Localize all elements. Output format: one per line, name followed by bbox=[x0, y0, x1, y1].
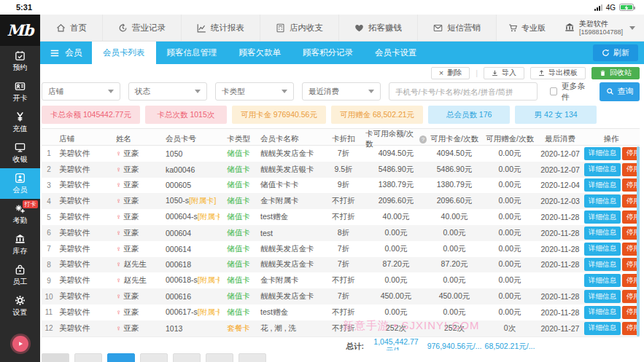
tab-0[interactable]: 会员卡列表 bbox=[92, 42, 156, 64]
table-row[interactable]: 11 美碧软件 ♀亚豪 000617-s[附属卡] 储值卡 test赠金 不打折… bbox=[42, 304, 640, 320]
last-spend-cell: 2020-11-28 bbox=[538, 245, 583, 253]
column-header-9: 可用赠金/次数 bbox=[482, 134, 538, 144]
name-cell: ♀亚豪 bbox=[113, 165, 163, 175]
sidebar-item-gear[interactable]: 设置 bbox=[0, 291, 40, 321]
sidebar-item-yen[interactable]: 充值 bbox=[0, 107, 40, 138]
last-spend-cell: 2020-11-28 bbox=[538, 308, 583, 317]
table-row[interactable]: 7 美碧软件 ♀亚豪 000614 储值卡 靓靓美发店金卡 7折 0.00元 0… bbox=[42, 241, 640, 257]
table-row[interactable]: 1 美碧软件 ♀亚豪 1050 储值卡 靓靓美发店金卡 7折 4094.50元 … bbox=[42, 146, 640, 162]
tab-3[interactable]: 顾客积分记录 bbox=[292, 42, 364, 64]
module-menu[interactable]: 会员 bbox=[40, 42, 92, 64]
pro-version-button[interactable]: 专业版 bbox=[498, 15, 556, 41]
table-row[interactable]: 2 美碧软件 ♀亚豪 ka00046 储值卡 靓靓美发店银卡 9.5折 5486… bbox=[42, 162, 640, 178]
card-fund-cell: 5486.90元 bbox=[427, 165, 482, 175]
actions-cell: 详细信息 停用 bbox=[583, 227, 640, 240]
page-button-2[interactable] bbox=[107, 353, 135, 362]
table-row[interactable]: 5 美碧软件 ♀亚豪 000604-s[附属卡] 储值卡 test赠金 不打折 … bbox=[42, 209, 640, 225]
page-button-3[interactable] bbox=[140, 353, 168, 362]
top-nav-item-chart[interactable]: 统计报表 bbox=[182, 15, 260, 41]
page-button-5[interactable] bbox=[206, 353, 233, 362]
filter-dropdown-2[interactable]: 卡类型 bbox=[215, 82, 294, 101]
tab-1[interactable]: 顾客信息管理 bbox=[156, 42, 228, 64]
app-root: 5:31 4G Mb 预约 开卡 充值 收银 会员 bbox=[0, 0, 644, 362]
detail-info-button[interactable]: 详细信息 bbox=[584, 227, 621, 240]
detail-info-button[interactable]: 详细信息 bbox=[584, 178, 621, 192]
sidebar-item-id-card[interactable]: 开卡 bbox=[0, 76, 40, 107]
page-button-6[interactable] bbox=[238, 353, 266, 362]
table-row[interactable]: 8 美碧软件 ♀赵先生 000618 储值卡 靓靓美发店金卡 7折 87.20元… bbox=[42, 257, 640, 273]
filter-dropdown-3[interactable]: 最近消费 bbox=[302, 82, 381, 101]
table-row[interactable]: 10 美碧软件 ♀亚豪 000616 储值卡 靓靓美发店金卡 7折 450.00… bbox=[42, 288, 640, 304]
card-fund-cell: 0.00元 bbox=[427, 244, 482, 254]
card-number-cell: 000618 bbox=[163, 260, 220, 269]
balance-cell: 87.20元 bbox=[365, 259, 427, 269]
detail-info-button[interactable]: 详细信息 bbox=[584, 243, 621, 256]
table-row[interactable]: 4 美碧软件 ♀亚豪 1050-s[附属卡] 储值卡 金卡附属卡 不打折 209… bbox=[42, 193, 640, 209]
card-number-cell: 000605 bbox=[163, 181, 220, 189]
balance-cell: 0.00元 bbox=[365, 228, 427, 238]
detail-info-button[interactable]: 详细信息 bbox=[584, 274, 621, 287]
search-input[interactable] bbox=[389, 82, 538, 101]
query-button[interactable]: 查询 bbox=[600, 82, 640, 101]
actions-cell: 详细信息 停用 bbox=[583, 258, 640, 271]
tab-label: 顾客信息管理 bbox=[167, 47, 217, 58]
sidebar-item-bank[interactable]: 库存 bbox=[0, 229, 40, 260]
detail-info-button[interactable]: 详细信息 bbox=[584, 306, 621, 319]
top-nav-item-heart[interactable]: 拓客赚钱 bbox=[339, 15, 418, 41]
sidebar-item-member[interactable]: 会员 bbox=[0, 168, 40, 199]
import-button[interactable]: 导入 bbox=[484, 67, 524, 79]
female-icon: ♀ bbox=[116, 229, 122, 237]
card-number-cell: 1050-s[附属卡] bbox=[163, 196, 220, 206]
discount-cell: 7折 bbox=[322, 259, 365, 269]
detail-info-button[interactable]: 详细信息 bbox=[584, 322, 621, 335]
detail-info-button[interactable]: 详细信息 bbox=[584, 163, 621, 176]
card-fund-cell: 0.00元 bbox=[427, 228, 482, 238]
recycle-bin-button[interactable]: 回收站 bbox=[591, 67, 640, 79]
top-nav-item-ledger[interactable]: 店内收支 bbox=[260, 15, 339, 41]
detail-info-button[interactable]: 详细信息 bbox=[584, 194, 621, 208]
top-nav-item-history[interactable]: 营业记录 bbox=[103, 15, 182, 41]
table-row[interactable]: 6 美碧软件 ♀亚豪 000604 储值卡 test 8折 0.00元 0.00… bbox=[42, 225, 640, 241]
detail-info-button[interactable]: 详细信息 bbox=[584, 290, 621, 303]
detail-info-button[interactable]: 详细信息 bbox=[584, 210, 621, 224]
detail-info-button[interactable]: 详细信息 bbox=[584, 258, 621, 271]
page-button-0[interactable] bbox=[42, 353, 69, 362]
more-conditions-toggle[interactable]: 更多条件 bbox=[550, 81, 591, 103]
checkbox-icon[interactable] bbox=[550, 87, 558, 95]
filter-dropdown-1[interactable]: 状态 bbox=[128, 82, 207, 101]
help-icon[interactable]: ? bbox=[419, 135, 427, 143]
tab-2[interactable]: 顾客欠款单 bbox=[228, 42, 292, 64]
export-template-button[interactable]: 导出模板 bbox=[530, 67, 586, 79]
table-row[interactable]: 3 美碧软件 ♀亚豪 000605 储值卡 储值卡卡卡 9折 1380.79元 … bbox=[42, 178, 640, 194]
sidebar-item-monitor[interactable]: 收银 bbox=[0, 138, 40, 168]
balance-cell: 0.00元 bbox=[365, 307, 427, 318]
sidebar-item-calendar[interactable]: 预约 bbox=[0, 46, 40, 76]
tab-4[interactable]: 会员卡设置 bbox=[364, 42, 428, 64]
last-spend-cell: 2020-12-04 bbox=[538, 181, 583, 189]
discount-cell: 7折 bbox=[322, 291, 365, 302]
sidebar-item-bag[interactable]: 员工 bbox=[0, 260, 40, 291]
top-nav-item-home[interactable]: 首页 bbox=[40, 15, 103, 41]
tab-label: 顾客积分记录 bbox=[303, 47, 353, 58]
stat-pill-1: 卡总次数 1015次 bbox=[145, 106, 227, 124]
stat-pill-4: 总会员数 176 bbox=[428, 106, 510, 124]
table-scrollbar[interactable] bbox=[637, 146, 640, 337]
filter-dropdown-0[interactable]: 店铺 bbox=[42, 82, 120, 101]
table-body: 1 美碧软件 ♀亚豪 1050 储值卡 靓靓美发店金卡 7折 4094.50元 … bbox=[42, 146, 640, 337]
card-number-cell: ka00046 bbox=[163, 165, 220, 174]
refresh-button[interactable]: 刷新 bbox=[593, 44, 638, 61]
table-row[interactable]: 9 美碧软件 ♀赵先生 000618-s[附属卡] 储值卡 金卡附属卡 不打折 … bbox=[42, 272, 640, 288]
delete-button[interactable]: × 删除 bbox=[431, 67, 470, 79]
sidebar-item-gears[interactable]: 打卡 考勤 bbox=[0, 199, 40, 229]
page-button-4[interactable] bbox=[173, 353, 201, 362]
card-name-cell: 靓靓美发店金卡 bbox=[257, 149, 322, 159]
gift-fund-cell: 0次 bbox=[482, 323, 538, 334]
card-type-cell: 储值卡 bbox=[220, 149, 257, 159]
top-nav-item-envelope[interactable]: 短信营销 bbox=[418, 15, 497, 41]
page-button-1[interactable] bbox=[74, 353, 102, 362]
play-button[interactable] bbox=[12, 336, 28, 352]
detail-info-button[interactable]: 详细信息 bbox=[584, 147, 621, 160]
table-row[interactable]: 12 美碧软件 ♀亚豪 1013 套餐卡 花 , 潮 , 洗 不打折 252次 … bbox=[42, 320, 640, 337]
gear-icon bbox=[15, 295, 26, 306]
account-menu[interactable]: 美碧软件 [15988104788] bbox=[556, 15, 644, 41]
